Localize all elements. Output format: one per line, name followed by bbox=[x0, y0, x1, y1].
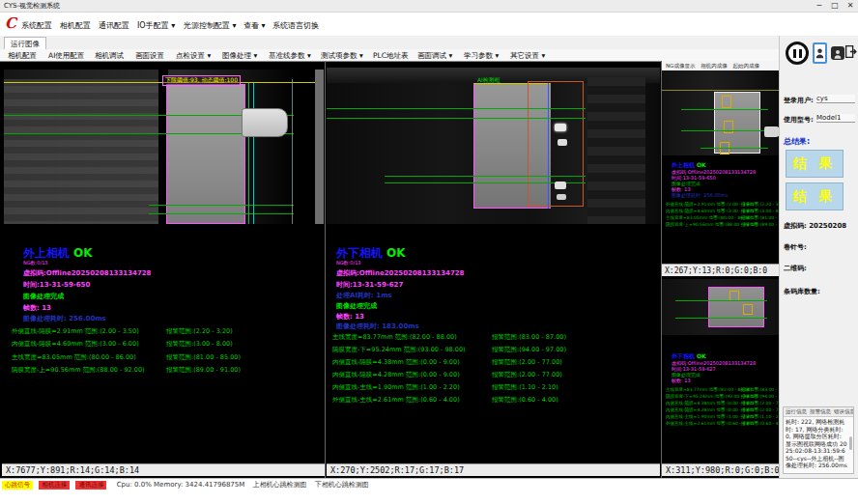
tool-other-settings[interactable]: 其它设置 ▾ bbox=[510, 51, 545, 61]
upper-camera-image[interactable]: 下限阈值:93, 动态阈值:100 bbox=[4, 70, 324, 224]
upper-heartbeat-text: 上相机心跳检测图 bbox=[253, 481, 307, 489]
tool-learning-params[interactable]: 学习参数 ▾ bbox=[464, 51, 499, 61]
admin-button[interactable] bbox=[831, 46, 844, 60]
minimize-button[interactable]: ─ bbox=[812, 0, 827, 12]
upper-status-ok: OK bbox=[73, 246, 93, 260]
threshold-overlay-label: 下限阈值:93, 动态阈值:100 bbox=[162, 75, 241, 86]
tool-ai-usage-config[interactable]: AI使用配置 bbox=[48, 51, 84, 61]
tool-screen-debug[interactable]: 画面调试 ▾ bbox=[417, 51, 452, 61]
tool-image-processing[interactable]: 图像处理 ▾ bbox=[222, 51, 257, 61]
tab-run-image[interactable]: 运行图像 bbox=[4, 37, 46, 50]
thumb-tab-start-image[interactable]: 起始内成像 bbox=[732, 63, 759, 69]
alarm-range: 报警范围:(3.00 - 8.00) bbox=[166, 340, 233, 349]
lower-camera-image[interactable]: AI检测框 bbox=[327, 68, 660, 224]
lower-heartbeat-text: 下相机心跳检测图 bbox=[315, 481, 369, 489]
measure-row: 内侧直线-隔膜=4.28mm 范围:(0.00 - 9.00)报警范围:(2.0… bbox=[332, 371, 460, 379]
measure-row: 主线宽度=83.77mm 范围:(82.00 - 88.00)报警范围:(83.… bbox=[332, 333, 457, 342]
login-user-label: 登录用户: bbox=[784, 96, 814, 105]
alarm-range: 报警范围:(1.10 - 2.10) bbox=[492, 383, 558, 392]
info-tab-error[interactable]: 错误信息 bbox=[834, 408, 854, 414]
result-box-upper: 结 果 bbox=[786, 150, 844, 178]
menu-bar: C 系统配置 相机配置 通讯配置 IO手配置 ▾ 光源控制配置 ▾ 查看 ▾ 系… bbox=[0, 13, 858, 36]
app-window: { "window": { "title": "CYS-视觉检测系统", "mi… bbox=[0, 0, 858, 504]
upper-cost: 图像处理耗时: 256.00ms bbox=[23, 314, 106, 323]
thumb-tab-ng-display[interactable]: NG成像显示 bbox=[666, 63, 695, 69]
alarm-range: 报警范围:(89.00 - 91.00) bbox=[166, 366, 241, 375]
info-tab-run[interactable]: 运行信息 bbox=[786, 408, 807, 414]
status-bar: 心跳信号 相机连接 通讯连接 Cpu: 0.0% Memory: 3424.41… bbox=[0, 478, 858, 491]
tool-camera-debug[interactable]: 相机调试 bbox=[95, 51, 124, 61]
login-user-field[interactable]: cys bbox=[816, 95, 855, 103]
tool-screen-settings[interactable]: 画面设置 bbox=[135, 51, 164, 61]
exit-door-icon bbox=[844, 44, 858, 63]
user-login-button[interactable] bbox=[813, 42, 827, 64]
tool-camera-config[interactable]: 相机配置 bbox=[8, 51, 37, 61]
heartbeat-badge: 心跳信号 bbox=[2, 481, 33, 490]
measure-row: 内侧直线-隔膜=4.60mm 范围:(3.00 - 6.00)报警范围:(3.0… bbox=[12, 340, 139, 349]
pause-button[interactable] bbox=[786, 42, 809, 65]
info-log-box[interactable]: 运行信息报警信息错误信息 耗时: 222, 网络检测耗时: 17, 网络分类耗时… bbox=[783, 406, 854, 474]
thumb-view-bottom[interactable]: 外下相机OK 虚拟码:Offline20250208133134728 时间:1… bbox=[662, 277, 781, 463]
upper-frames: 帧数: 13 bbox=[23, 303, 51, 313]
title-bar: CYS-视觉检测系统 bbox=[0, 0, 858, 13]
lower-time: 时间:13-31-59-627 bbox=[336, 280, 403, 290]
menu-language-switch[interactable]: 系统语言切换 bbox=[272, 20, 319, 31]
exit-button[interactable] bbox=[844, 45, 858, 61]
upper-vcode: 虚拟码:Offline20250208133134728 bbox=[23, 268, 152, 278]
camera-view-upper[interactable]: 下限阈值:93, 动态阈值:100 外上相机OK NG数:0/13 虚拟码:Of… bbox=[2, 61, 325, 463]
menu-view[interactable]: 查看 ▾ bbox=[243, 20, 266, 31]
vcode-value: 20250208 bbox=[809, 222, 846, 230]
stock-count-label: 条码库数量: bbox=[784, 287, 820, 296]
upper-ng-info: NG数:0/13 bbox=[23, 260, 48, 266]
measure-row: 隔膜宽度-上=90.56mm 范围:(88.00 - 92.00)报警范围:(8… bbox=[12, 366, 145, 375]
thumb-top-image[interactable] bbox=[662, 70, 781, 155]
upper-time: 时间:13-31-59-650 bbox=[23, 280, 90, 290]
thumb-view-top[interactable]: 外上相机OK 虚拟码:Offline20250208133134728 时间:1… bbox=[662, 70, 781, 264]
upper-done: 图像处理完成 bbox=[23, 292, 64, 301]
measure-row: 主线宽度=83.05mm 范围:(80.00 - 86.00)报警范围:(81.… bbox=[12, 353, 136, 362]
total-result-label: 总结果: bbox=[784, 136, 810, 147]
close-button[interactable]: ✕ bbox=[843, 0, 858, 12]
lower-coordbar: X:270;Y:2502;R:17;G:17;B:17 bbox=[327, 463, 660, 476]
alarm-range: 报警范围:(83.00 - 87.00) bbox=[492, 333, 566, 342]
menu-system-config[interactable]: 系统配置 bbox=[21, 20, 52, 31]
lower-vcode: 虚拟码:Offline20250208133134728 bbox=[336, 268, 465, 278]
lower-ng-info: NG数:0/13 bbox=[336, 260, 361, 266]
lower-frames: 帧数: 13 bbox=[336, 312, 364, 322]
model-label: 使用型号: bbox=[784, 115, 814, 125]
lower-done: 图像处理完成 bbox=[336, 301, 377, 311]
tab-strip: 运行图像 bbox=[0, 36, 779, 50]
user-icon bbox=[815, 44, 824, 63]
model-field[interactable]: Model1 bbox=[816, 114, 855, 123]
alarm-range: 报警范围:(0.60 - 4.00) bbox=[492, 396, 558, 405]
result-box-lower: 结 果 bbox=[786, 182, 844, 210]
info-tab-alarm[interactable]: 报警信息 bbox=[810, 408, 831, 414]
menu-light-config[interactable]: 光源控制配置 ▾ bbox=[184, 20, 237, 31]
menu-comm-config[interactable]: 通讯配置 bbox=[99, 20, 129, 31]
measure-row: 外侧直线-主线=2.61mm 范围:(0.60 - 4.00)报警范围:(0.6… bbox=[332, 396, 460, 405]
thumb-top-cost: 图像处理耗时: 256.00ms bbox=[672, 192, 728, 198]
tool-test-params[interactable]: 测试项参数 ▾ bbox=[321, 51, 363, 61]
thumb-tab-camera-image[interactable]: 相机内成像 bbox=[701, 63, 728, 69]
vcode-label: 虚拟码: 20250208 bbox=[784, 221, 846, 231]
connector-object bbox=[242, 108, 288, 137]
lower-cost: 图像处理耗时: 183.00ms bbox=[336, 322, 419, 331]
tool-baseline-params[interactable]: 基准线参数 ▾ bbox=[269, 51, 311, 61]
tool-plc-address-table[interactable]: PLC地址表 bbox=[373, 51, 408, 61]
info-tab-bar: 运行信息报警信息错误信息 bbox=[784, 407, 853, 417]
upper-coordbar: X:7677;Y:891;R:14;G:14;B:14 bbox=[2, 463, 325, 476]
lower-ai-cost: 处理AI耗时: 1ms bbox=[336, 291, 392, 300]
alarm-range: 报警范围:(81.00 - 85.00) bbox=[166, 353, 241, 362]
thumb-top-coordbar: X:267;Y:13;R:0;G:0;B:0 bbox=[662, 264, 781, 276]
measure-row: 外侧直线-隔膜=2.91mm 范围:(2.00 - 3.50)报警范围:(2.2… bbox=[12, 327, 139, 336]
camera-view-lower[interactable]: AI检测框 外下相机OK NG数:0/13 虚拟码:Offline2025020… bbox=[326, 61, 660, 463]
needle-label: 卷针号: bbox=[784, 242, 807, 252]
thumb-bottom-image[interactable] bbox=[662, 279, 781, 335]
menu-io-config[interactable]: IO手配置 ▾ bbox=[137, 20, 175, 31]
menu-camera-config[interactable]: 相机配置 bbox=[60, 20, 91, 31]
tool-spotcheck-settings[interactable]: 点检设置 ▾ bbox=[176, 51, 211, 61]
alarm-range: 报警范围:(2.00 - 77.00) bbox=[492, 358, 562, 367]
admin-user-icon bbox=[834, 44, 842, 63]
maximize-button[interactable]: □ bbox=[827, 0, 843, 12]
info-scrollbar[interactable] bbox=[849, 436, 852, 450]
